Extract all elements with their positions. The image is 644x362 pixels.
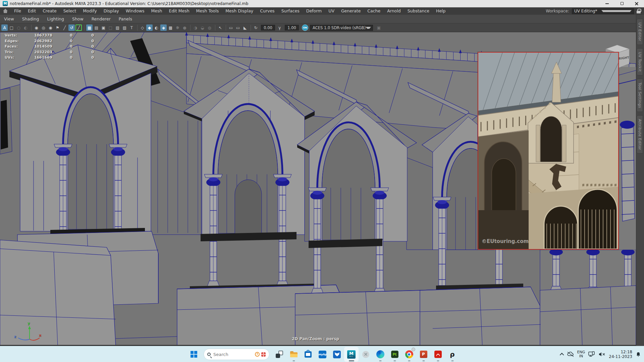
isolate-select-icon[interactable]: A bbox=[1, 24, 8, 31]
menu-item[interactable]: Mesh Tools bbox=[193, 7, 222, 15]
menu-item[interactable]: Display bbox=[100, 7, 122, 15]
menu-item[interactable]: File bbox=[11, 7, 24, 15]
lock-camera-icon[interactable]: ◎ bbox=[40, 24, 47, 31]
menu-item[interactable]: Edit bbox=[24, 7, 39, 15]
menu-item[interactable]: Curves bbox=[257, 7, 278, 15]
panel-menu-item[interactable]: View bbox=[0, 16, 18, 21]
volume-muted-icon[interactable] bbox=[598, 352, 606, 357]
ambient-occlusion-icon[interactable]: ◑ bbox=[192, 24, 199, 31]
gamma-field[interactable]: 1.00 bbox=[285, 25, 299, 31]
menu-item[interactable]: Create bbox=[39, 7, 60, 15]
menu-item[interactable]: Select bbox=[60, 7, 80, 15]
corner-resize-icon[interactable]: ◣ bbox=[242, 24, 248, 31]
chrome-button[interactable] bbox=[402, 347, 416, 362]
menu-item[interactable]: Cache bbox=[364, 7, 384, 15]
image-plane-icon[interactable]: ▧ bbox=[121, 24, 128, 31]
edge-button[interactable] bbox=[373, 347, 387, 362]
panel-menu-item[interactable]: Show bbox=[68, 16, 88, 21]
paint-select-icon[interactable]: ◐ bbox=[22, 24, 29, 31]
checker-material-icon[interactable]: ▩ bbox=[167, 24, 174, 31]
menu-item[interactable]: Help bbox=[433, 7, 449, 15]
exposure-field[interactable]: 0.00 bbox=[261, 25, 275, 31]
pureref-button[interactable]: ρ bbox=[445, 347, 460, 362]
panel-menu-item[interactable]: Shading bbox=[18, 16, 43, 21]
color-management-toggle[interactable]: ON bbox=[302, 24, 308, 31]
acrobat-button[interactable] bbox=[431, 347, 445, 362]
language-indicator[interactable]: ENG IN bbox=[577, 350, 585, 358]
menu-item[interactable]: Edit Mesh bbox=[165, 7, 193, 15]
powerpoint-button[interactable]: P bbox=[416, 347, 431, 362]
menu-item[interactable]: UV bbox=[325, 7, 338, 15]
menu-item[interactable]: Windows bbox=[122, 7, 148, 15]
menu-item[interactable]: Mesh Display bbox=[222, 7, 257, 15]
maximize-button[interactable] bbox=[614, 0, 629, 7]
clock[interactable]: 12:18 24-11-2023 bbox=[609, 350, 632, 359]
substance-painter-button[interactable]: Pt bbox=[387, 347, 402, 362]
wireframe-mode-icon[interactable]: ◇ bbox=[139, 24, 146, 31]
exposure-icon[interactable]: ↻ bbox=[253, 24, 259, 31]
panel-tab[interactable]: UV Editor bbox=[637, 19, 643, 45]
notification-bell-icon[interactable] bbox=[635, 351, 641, 357]
maya-home-icon[interactable] bbox=[3, 9, 9, 13]
copy-icon[interactable]: ▭ bbox=[228, 24, 234, 31]
lighting-icon[interactable]: ☼ bbox=[174, 24, 181, 31]
annotate-pencil-icon[interactable]: ╱ bbox=[75, 24, 82, 31]
marquee-select-icon[interactable]: □ bbox=[8, 24, 15, 31]
isolate-icon[interactable]: ◍ bbox=[206, 24, 213, 31]
pan-zoom-icon[interactable]: ↺ bbox=[68, 24, 75, 31]
panel-menu-item[interactable]: Renderer bbox=[88, 16, 115, 21]
network-tray-icon[interactable] bbox=[588, 351, 595, 357]
camera-attributes-icon[interactable]: ◉ bbox=[47, 24, 54, 31]
close-button[interactable] bbox=[629, 0, 644, 7]
hud-text-icon[interactable]: T bbox=[128, 24, 135, 31]
menu-item[interactable]: Surfaces bbox=[278, 7, 303, 15]
gamma-icon[interactable]: γ bbox=[276, 24, 283, 31]
shaded-wireframe-icon[interactable]: ◐ bbox=[153, 24, 160, 31]
tray-expand-button[interactable] bbox=[561, 353, 564, 356]
bookmark-icon[interactable]: ⚑ bbox=[54, 24, 61, 31]
paste-icon[interactable]: ▭ bbox=[235, 24, 241, 31]
gate-mask-icon[interactable]: □ bbox=[107, 24, 114, 31]
menu-item[interactable]: Mesh bbox=[148, 7, 166, 15]
shadows-icon[interactable]: ● bbox=[181, 24, 188, 31]
titlebar[interactable]: M notredameFinal.mb* - Autodesk MAYA 202… bbox=[0, 0, 644, 7]
reference-image-window[interactable]: ©EUtouring.com bbox=[478, 52, 619, 250]
object-cursor-icon[interactable]: ↖ bbox=[217, 24, 223, 31]
x-app-button[interactable] bbox=[359, 347, 373, 362]
myhp-button[interactable]: myhp bbox=[315, 347, 330, 362]
workspace-lock-icon[interactable] bbox=[637, 9, 641, 13]
fox-app-button[interactable] bbox=[330, 347, 344, 362]
panel-menu-item[interactable]: Panels bbox=[115, 16, 136, 21]
film-gate-icon[interactable]: ▤ bbox=[93, 24, 100, 31]
menu-item[interactable]: Modify bbox=[79, 7, 100, 15]
menu-item[interactable]: Arnold bbox=[384, 7, 404, 15]
panel-tab[interactable]: UV Toolkit bbox=[637, 48, 643, 75]
grease-pencil-icon[interactable]: ╱ bbox=[61, 24, 68, 31]
onedrive-tray-icon[interactable] bbox=[567, 352, 574, 357]
motion-blur-icon[interactable]: ◒ bbox=[199, 24, 206, 31]
lasso-select-icon[interactable]: ○ bbox=[15, 24, 22, 31]
menu-item[interactable]: Generate bbox=[338, 7, 364, 15]
file-explorer-button[interactable] bbox=[286, 347, 301, 362]
resolution-gate-icon[interactable]: ▣ bbox=[100, 24, 107, 31]
textured-mode-icon[interactable]: ◈ bbox=[160, 24, 167, 31]
taskbar-search[interactable] bbox=[204, 349, 269, 360]
panel-tab[interactable]: Tool Settings bbox=[637, 79, 643, 112]
perspective-viewport[interactable]: Verts:106737800 Edges:206298200 Faces:10… bbox=[0, 32, 636, 346]
microsoft-store-button[interactable] bbox=[301, 347, 315, 362]
view-transform-dropdown[interactable]: ACES 1.0 SDR-video (sRGB) bbox=[310, 25, 373, 31]
search-input[interactable] bbox=[213, 352, 255, 357]
grid-icon[interactable]: ▦ bbox=[86, 24, 93, 31]
field-chart-icon[interactable]: ▨ bbox=[114, 24, 121, 31]
workspace-dropdown[interactable]: UV Editing* bbox=[572, 8, 634, 14]
select-camera-icon[interactable]: ◉ bbox=[33, 24, 40, 31]
panel-tab[interactable]: Attribute Editor bbox=[637, 115, 643, 154]
maya-taskbar-button[interactable]: M MAYA bbox=[344, 347, 359, 362]
panel-menu-item[interactable]: Lighting bbox=[43, 16, 68, 21]
menu-item[interactable]: Substance bbox=[404, 7, 433, 15]
task-view-button[interactable] bbox=[272, 347, 286, 362]
minimize-button[interactable] bbox=[600, 0, 614, 7]
shaded-mode-icon[interactable]: ◆ bbox=[146, 24, 153, 31]
menu-item[interactable]: Deform bbox=[303, 7, 325, 15]
color-management-settings-icon[interactable]: ▣ bbox=[376, 24, 382, 31]
